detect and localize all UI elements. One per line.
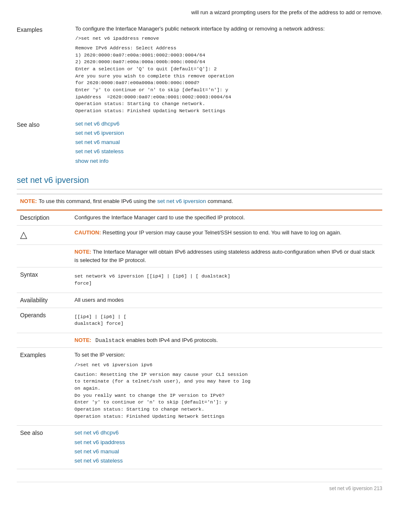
note-header-label: NOTE: [20, 197, 37, 206]
footer-text: set net v6 ipversion 213 [329, 486, 382, 491]
caution-row: △ CAUTION: Resetting your IP version may… [17, 226, 382, 245]
link-ipaddress-bottom[interactable]: set net v6 ipaddress [74, 438, 379, 447]
examples-description: To configure the Interface Manager's pub… [75, 25, 382, 33]
note-header-row: NOTE: To use this command, first enable … [17, 194, 382, 210]
availability-text: All users and modes [71, 293, 382, 308]
link-ipversion-top[interactable]: set net v6 ipversion [75, 129, 382, 137]
description-label: Description [17, 210, 71, 226]
description-row: Description Configures the Interface Man… [17, 210, 382, 226]
operands-label: Operands [17, 308, 71, 333]
link-dhcpv6-bottom[interactable]: set net v6 dhcpv6 [74, 429, 379, 437]
see-also-bottom-label: See also [17, 426, 71, 469]
syntax-code: set network v6 ipversion [[ip4] | [ip6] … [74, 273, 379, 287]
examples-code2: Remove IPv6 Address: Select Address 1) 2… [75, 45, 382, 115]
info-table: Description Configures the Interface Man… [17, 210, 382, 469]
examples-intro: To set the IP version: [74, 351, 379, 359]
examples-code1: />set net v6 ipaddress remove [75, 35, 382, 42]
top-right-text: will run a wizard prompting users for th… [17, 8, 382, 17]
see-also-bottom-links: set net v6 dhcpv6 set net v6 ipaddress s… [71, 426, 382, 469]
syntax-label: Syntax [17, 267, 71, 293]
syntax-content: set network v6 ipversion [[ip4] | [ip6] … [71, 267, 382, 293]
link-stateless-top[interactable]: set net v6 stateless [75, 147, 382, 156]
link-show-net-info[interactable]: show net info [75, 157, 382, 165]
availability-label: Availability [17, 293, 71, 308]
section-heading: set net v6 ipversion [17, 174, 382, 190]
operands-content: [[ip4] | [ip6] | [ dualstack] force] [71, 308, 382, 333]
link-manual-top[interactable]: set net v6 manual [75, 138, 382, 146]
dualstack-code: Dualstack [95, 337, 125, 344]
examples-main-code1: />set net v6 ipversion ipv6 [74, 362, 379, 369]
see-also-top-label: See also [17, 120, 75, 166]
examples-content: To configure the Interface Manager's pub… [75, 25, 382, 117]
syntax-row: Syntax set network v6 ipversion [[ip4] |… [17, 267, 382, 293]
link-manual-bottom[interactable]: set net v6 manual [74, 447, 379, 456]
examples-main-row: Examples To set the IP version: />set ne… [17, 348, 382, 426]
note-header-text-before: To use this command, first enable IPv6 u… [38, 197, 156, 206]
caution-label: CAUTION: [74, 229, 101, 236]
link-stateless-bottom[interactable]: set net v6 stateless [74, 457, 379, 465]
see-also-top-links: set net v6 dhcpv6 set net v6 ipversion s… [75, 120, 382, 166]
dualstack-note-box: NOTE: Dualstack enables both IPv4 and IP… [74, 336, 379, 345]
dualstack-note-label: NOTE: [74, 337, 91, 343]
see-also-bottom-row: See also set net v6 dhcpv6 set net v6 ip… [17, 426, 382, 469]
examples-main-code2: Caution: Resetting the IP version may ca… [74, 371, 379, 420]
note-header-text-after: command. [207, 197, 233, 206]
examples-main-content: To set the IP version: />set net v6 ipve… [71, 348, 382, 426]
examples-label: Examples [17, 25, 75, 117]
description-text: Configures the Interface Manager card to… [71, 210, 382, 226]
caution-triangle-icon: △ [20, 228, 68, 242]
operands-code: [[ip4] | [ip6] | [ dualstack] force] [74, 314, 379, 327]
operands-row: Operands [[ip4] | [ip6] | [ dualstack] f… [17, 308, 382, 333]
note-stateless-row: NOTE: The Interface Manager will obtain … [17, 245, 382, 267]
note-stateless-text: The Interface Manager will obtain IPv6 a… [74, 249, 375, 263]
availability-row: Availability All users and modes [17, 293, 382, 308]
caution-text: Resetting your IP version may cause your… [102, 229, 341, 236]
note-header-link[interactable]: set net v6 ipversion [157, 197, 206, 206]
examples-block: Examples To configure the Interface Mana… [17, 25, 382, 117]
dualstack-note-text: enables both IPv4 and IPv6 protocols. [126, 337, 218, 343]
link-dhcpv6-top[interactable]: set net v6 dhcpv6 [75, 120, 382, 128]
see-also-top-block: See also set net v6 dhcpv6 set net v6 ip… [17, 120, 382, 166]
examples-main-label: Examples [17, 348, 71, 426]
dualstack-note-row: NOTE: Dualstack enables both IPv4 and IP… [17, 333, 382, 348]
note-stateless-label: NOTE: [74, 249, 91, 255]
page-footer: set net v6 ipversion 213 [17, 482, 382, 492]
